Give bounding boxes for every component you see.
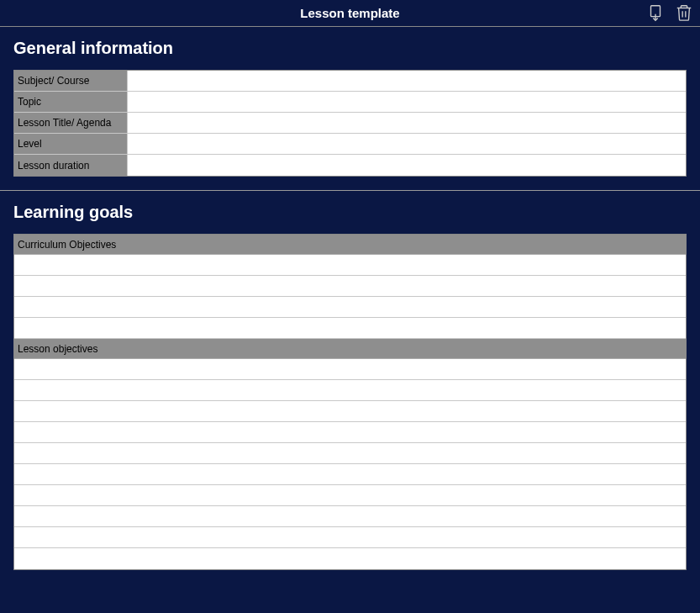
lesson-objective-row[interactable]	[14, 359, 686, 380]
value-topic[interactable]	[128, 92, 686, 112]
label-lesson-title: Lesson Title/ Agenda	[14, 113, 128, 133]
lesson-objective-row[interactable]	[14, 443, 686, 464]
section-learning-goals: Learning goals Curriculum Objectives Les…	[0, 191, 700, 584]
row-level: Level	[14, 134, 686, 155]
table-learning-goals: Curriculum Objectives Lesson objectives	[13, 234, 687, 570]
curriculum-row[interactable]	[14, 297, 686, 318]
section-general-information: General information Subject/ Course Topi…	[0, 27, 700, 190]
value-lesson-title[interactable]	[128, 113, 686, 133]
trash-icon[interactable]	[675, 3, 693, 22]
row-duration: Lesson duration	[14, 155, 686, 176]
header-lesson-objectives: Lesson objectives	[14, 339, 686, 359]
label-topic: Topic	[14, 92, 128, 112]
bookmark-icon[interactable]	[646, 3, 665, 22]
header-icons	[646, 3, 693, 22]
lesson-objective-row[interactable]	[14, 401, 686, 422]
lesson-objective-row[interactable]	[14, 464, 686, 485]
value-subject[interactable]	[128, 71, 686, 91]
lesson-objective-row[interactable]	[14, 422, 686, 443]
label-duration: Lesson duration	[14, 155, 128, 176]
value-level[interactable]	[128, 134, 686, 154]
table-general-info: Subject/ Course Topic Lesson Title/ Agen…	[13, 70, 687, 177]
label-subject: Subject/ Course	[14, 71, 128, 91]
row-topic: Topic	[14, 92, 686, 113]
label-level: Level	[14, 134, 128, 154]
lesson-objective-row[interactable]	[14, 380, 686, 401]
row-subject: Subject/ Course	[14, 71, 686, 92]
value-duration[interactable]	[128, 155, 686, 176]
header-bar: Lesson template	[0, 0, 700, 27]
curriculum-row[interactable]	[14, 255, 686, 276]
page-title: Lesson template	[300, 6, 399, 20]
curriculum-row[interactable]	[14, 318, 686, 339]
header-curriculum-objectives: Curriculum Objectives	[14, 235, 686, 255]
curriculum-row[interactable]	[14, 276, 686, 297]
lesson-objective-row[interactable]	[14, 548, 686, 569]
section-title-goals: Learning goals	[13, 203, 687, 222]
row-lesson-title: Lesson Title/ Agenda	[14, 113, 686, 134]
section-title-general: General information	[13, 39, 687, 58]
lesson-objective-row[interactable]	[14, 485, 686, 506]
lesson-objective-row[interactable]	[14, 506, 686, 527]
lesson-objective-row[interactable]	[14, 527, 686, 548]
